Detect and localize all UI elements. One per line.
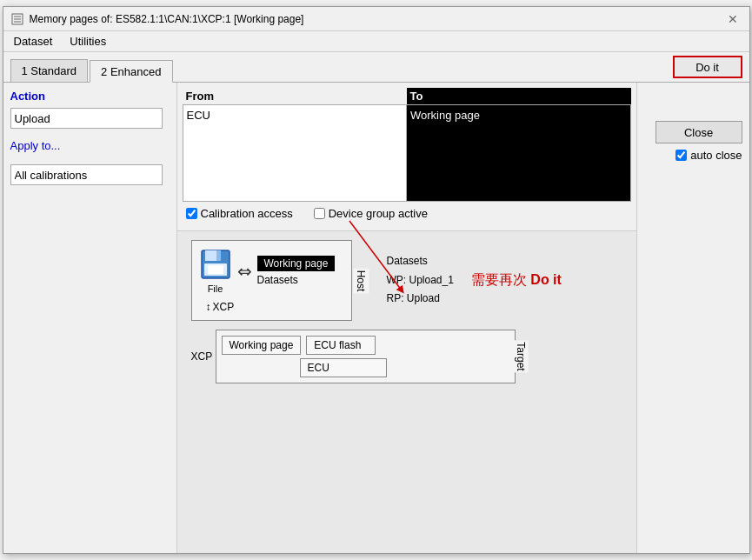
window-icon [10, 12, 24, 26]
host-right: Working page Datasets [257, 256, 336, 286]
datasets-host: Datasets [257, 274, 336, 286]
working-page-box: Working page [257, 256, 336, 271]
to-label: To [407, 88, 631, 104]
from-content: ECU [183, 105, 408, 201]
ecu-box: ECU [300, 358, 387, 377]
title-bar-left: Memory pages of: ES582.1:1\CAN:1\XCP:1 [… [10, 12, 304, 26]
tab-enhanced[interactable]: 2 Enhanced [90, 60, 172, 83]
calibration-access-checkbox-label[interactable]: Calibration access [186, 207, 293, 220]
file-label: File [208, 283, 223, 294]
svg-rect-6 [216, 250, 221, 261]
menu-dataset[interactable]: Dataset [10, 34, 57, 49]
do-it-button[interactable]: Do it [673, 56, 742, 78]
from-header-col: From [183, 88, 407, 104]
diagram-area: Host [177, 230, 636, 553]
auto-close-label[interactable]: auto close [675, 149, 742, 162]
red-arrow-annotation [349, 221, 454, 325]
center-panel: From To ECU Working page [177, 83, 636, 553]
down-arrow-icon: ↕ [206, 301, 211, 313]
menu-utilities[interactable]: Utilities [66, 34, 110, 49]
from-to-section: From To ECU Working page [177, 83, 636, 230]
auto-close-checkbox[interactable] [675, 150, 687, 161]
action-select-wrapper: Upload [10, 108, 170, 129]
device-group-active-checkbox-label[interactable]: Device group active [314, 207, 428, 220]
target-row: XCP Target Working page ECU flash ECU [191, 330, 622, 383]
ecu-flash-box: ECU flash [306, 336, 376, 355]
svg-rect-8 [208, 265, 223, 274]
device-group-active-checkbox[interactable] [314, 208, 325, 219]
apply-to-anchor[interactable]: Apply to... [10, 139, 61, 152]
close-dialog-button[interactable]: Close [656, 121, 742, 143]
file-area: File ⇔ Working page Datasets [199, 248, 344, 294]
target-inner: Working page ECU flash [222, 336, 509, 355]
floppy-icon [199, 248, 232, 283]
right-panel: Close auto close [636, 83, 749, 553]
main-window: Memory pages of: ES582.1:1\CAN:1\XCP:1 [… [3, 6, 750, 554]
tab-standard[interactable]: 1 Standard [10, 59, 89, 82]
window-title: Memory pages of: ES582.1:1\CAN:1\XCP:1 [… [30, 13, 304, 25]
menu-bar: Dataset Utilities [3, 31, 749, 52]
all-calibrations-select[interactable]: All calibrations [10, 164, 163, 185]
target-box: Target Working page ECU flash ECU [216, 330, 516, 383]
calibration-access-checkbox[interactable] [186, 208, 197, 219]
left-panel: Action Upload Apply to... All calibratio… [3, 83, 177, 553]
svg-line-9 [349, 221, 402, 290]
main-content: Action Upload Apply to... All calibratio… [3, 83, 749, 553]
annotation-do-it: Do it [530, 272, 562, 287]
all-calibrations-select-wrapper: All calibrations [10, 164, 170, 185]
from-label: From [183, 88, 407, 104]
annotation-chinese: 需要再次 [471, 272, 527, 287]
bidirectional-arrow: ⇔ [237, 261, 252, 282]
top-right-controls: Do it [673, 56, 742, 82]
annotation: 需要再次 Do it [471, 240, 562, 321]
xcp-label: XCP [191, 350, 213, 363]
annotation-text: 需要再次 Do it [471, 271, 562, 290]
apply-to-link: Apply to... [10, 139, 170, 152]
target-label: Target [513, 340, 529, 372]
from-to-content: ECU Working page [183, 104, 631, 202]
to-content: Working page [407, 105, 630, 201]
working-page-target: Working page [222, 336, 302, 355]
xcp-arrow-row: ↕ XCP [206, 301, 344, 313]
to-header-col: To [407, 88, 631, 104]
xcp-arrow-label: XCP [213, 301, 235, 313]
action-select[interactable]: Upload [10, 108, 163, 129]
action-label: Action [10, 90, 170, 103]
file-section: File [199, 248, 232, 294]
host-box: Host [191, 240, 352, 321]
close-button[interactable]: ✕ [723, 10, 742, 29]
from-to-headers: From To [183, 88, 631, 104]
tabs-row: 1 Standard 2 Enhanced [3, 52, 673, 82]
title-bar: Memory pages of: ES582.1:1\CAN:1\XCP:1 [… [3, 7, 749, 31]
